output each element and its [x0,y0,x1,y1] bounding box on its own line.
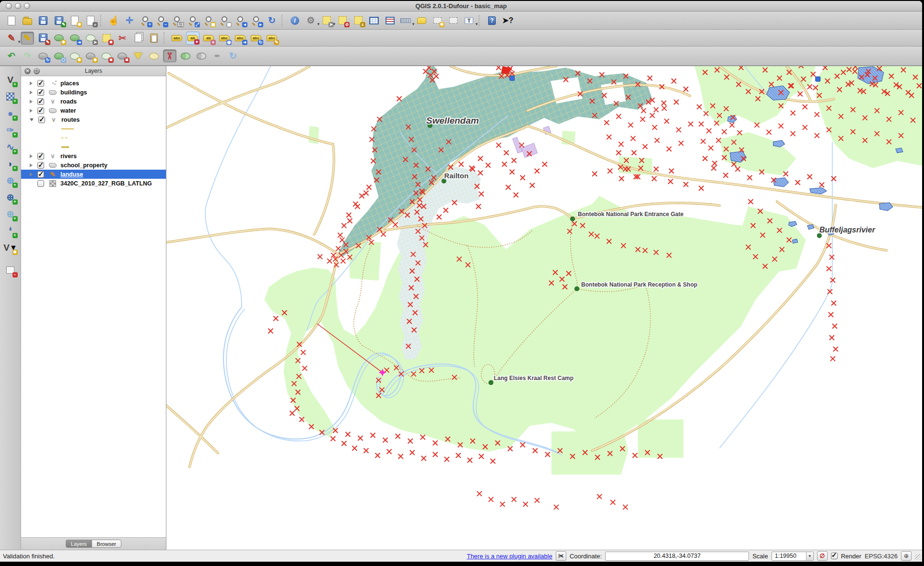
label-pin-icon[interactable]: ab● [186,32,199,45]
deselect-features-icon[interactable]: ⊘ [336,14,349,27]
merge-features-icon[interactable] [179,49,192,62]
open-project-icon[interactable] [21,14,34,27]
node-tool-icon[interactable]: ➤ [84,32,97,45]
combo-arrow-icon[interactable]: ▼ [806,552,813,560]
delete-selected-icon[interactable]: ✖ [100,32,113,45]
map-refresh-icon[interactable]: ↻ [265,14,279,27]
identify-features-icon[interactable]: i [288,14,302,27]
zoom-to-selection-icon[interactable]: ▣ [202,14,215,27]
composer-manager-icon[interactable]: ⌕ [84,14,97,27]
layer-visibility-checkbox[interactable] [37,171,44,178]
new-project-icon[interactable] [5,14,18,27]
layer-visibility-checkbox[interactable] [37,107,44,114]
layer-row-water[interactable]: water [21,106,166,115]
zoom-native-icon[interactable]: 1:1 [170,14,184,27]
select-features-icon[interactable]: ➤▼ [320,14,333,27]
zoom-full-icon[interactable]: ⤢ [186,14,199,27]
layer-visibility-checkbox[interactable] [37,153,44,160]
select-by-expression-icon[interactable]: ε [351,14,365,27]
current-edits-icon[interactable]: ✎▼ [5,32,18,45]
pan-to-selection-icon[interactable]: ✛ [123,14,136,27]
add-wcs-layer-icon[interactable]: ⊕+ [3,207,18,221]
show-bookmarks-icon[interactable] [446,14,460,27]
reshape-features-icon[interactable] [131,49,145,62]
zoom-last-icon[interactable]: ◂ [234,14,247,27]
expand-icon[interactable] [30,154,33,158]
label-properties-icon[interactable]: abc✎ [265,32,279,45]
expand-icon[interactable] [30,91,33,94]
collapse-icon[interactable] [30,118,34,121]
delete-part-icon[interactable]: ✖ [116,49,129,62]
paste-features-icon[interactable] [147,32,161,45]
layer-visibility-checkbox[interactable] [37,162,44,169]
layer-row-places[interactable]: places [21,79,166,88]
layer-visibility-checkbox[interactable] [37,180,44,187]
layer-row-3420C_2010_327_RGB_LATLNG[interactable]: 3420C_2010_327_RGB_LATLNG [21,179,166,188]
panel-tab-layers[interactable]: Layers [66,540,92,548]
zoom-next-icon[interactable]: ▸ [249,14,263,27]
add-ring-icon[interactable]: ✱ [68,49,82,62]
layer-row-school_property[interactable]: school_property [21,161,166,170]
close-window-button[interactable] [6,3,12,9]
layer-row-buildings[interactable]: buildings [21,88,166,97]
expand-icon[interactable] [30,100,33,104]
remove-layer-icon[interactable]: − [3,263,18,277]
layer-visibility-checkbox[interactable] [37,89,44,96]
new-bookmark-icon[interactable]: ✱ [431,14,444,27]
simplify-feature-icon[interactable]: ⬡ [52,49,66,62]
map-tips-icon[interactable] [415,14,428,27]
text-annotation-icon[interactable]: T▼ [462,14,476,27]
zoom-window-button[interactable] [24,3,30,9]
add-raster-layer-icon[interactable]: + [3,90,18,104]
add-part-icon[interactable]: ✱ [84,49,97,62]
label-move-icon[interactable]: abc➜ [234,32,247,45]
add-wfs-layer-icon[interactable]: ⊕+ [3,190,18,204]
layer-visibility-checkbox[interactable] [37,80,44,87]
copy-features-icon[interactable] [131,32,145,45]
save-layer-edits-icon[interactable]: ✎ [36,32,50,45]
render-checkbox[interactable] [831,553,838,559]
add-mssql-layer-icon[interactable]: ∿+ [3,140,18,154]
cut-features-icon[interactable]: ✂ [116,32,129,45]
rotate-feature-icon[interactable]: ↻ [36,49,50,62]
plugin-link[interactable]: There is a new plugin available [467,553,552,560]
attribute-table-icon[interactable] [367,14,381,27]
measure-icon[interactable]: ▼ [399,14,412,27]
scale-combo[interactable]: 1:19950▼ [772,552,814,561]
redo-icon[interactable]: ↷ [21,49,34,62]
undo-icon[interactable]: ↶ [5,49,18,62]
labeling-options-icon[interactable]: abc [170,32,184,45]
layer-row-routes[interactable]: ∨routes [21,115,166,124]
zoom-in-icon[interactable]: + [139,14,152,27]
toggle-editing-icon[interactable]: ✎ [21,32,34,45]
new-shapefile-layer-icon[interactable]: V✱▼ [3,241,18,254]
plugin-icon[interactable]: ✀ [556,551,566,561]
panel-tab-browser[interactable]: Browser [92,540,121,548]
add-spatialite-layer-icon[interactable]: ✑+ [3,123,18,137]
add-postgis-layer-icon[interactable]: ●+ [3,106,18,120]
layer-visibility-checkbox[interactable] [38,116,45,123]
scale-lock-icon[interactable]: ∅ [817,551,828,561]
panel-close-icon[interactable]: ✕ [24,68,31,74]
label-unpin-icon[interactable]: ab● [202,32,215,45]
expand-icon[interactable] [30,109,33,113]
add-oracle-layer-icon[interactable]: ◗+ [3,157,18,171]
refresh-edits-icon[interactable]: ↻ [226,49,240,62]
coordinate-input[interactable] [605,552,749,561]
expand-icon[interactable] [30,173,33,176]
help-contents-icon[interactable]: ? [485,14,499,27]
offset-curve-icon[interactable] [147,49,161,62]
layer-visibility-checkbox[interactable] [37,98,44,105]
merge-attributes-icon[interactable] [195,49,208,62]
pan-map-icon[interactable]: ☝ [107,14,120,27]
save-project-as-icon[interactable]: ✎ [52,14,66,27]
zoom-out-icon[interactable]: − [154,14,168,27]
minimize-window-button[interactable] [15,3,21,9]
add-wms-layer-icon[interactable]: ⊕+ [3,173,18,187]
map-canvas[interactable]: SwellendamRailtonBontebok National Park … [166,66,922,550]
add-oracle-georaster-icon[interactable]: ❛+ [3,224,18,238]
rotate-point-symbols-icon[interactable]: ✒ [211,49,224,62]
zoom-to-layer-icon[interactable]: ▦ [218,14,231,27]
field-calculator-icon[interactable] [383,14,397,27]
resize-grip[interactable] [915,554,921,560]
